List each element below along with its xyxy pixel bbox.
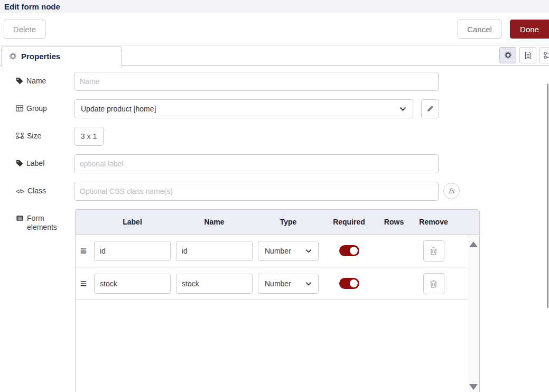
element-label-input[interactable] <box>94 241 171 261</box>
group-select-value: Update product [home] <box>81 105 399 113</box>
group-label: Group <box>26 104 47 113</box>
gear-icon <box>9 52 17 60</box>
trash-icon <box>430 279 438 288</box>
name-label: Name <box>26 77 46 86</box>
required-toggle[interactable] <box>339 278 359 289</box>
form-element-row: ≡ Number <box>76 267 468 300</box>
label-field-label: Label <box>26 159 44 168</box>
class-field-label: Class <box>27 186 46 195</box>
done-button[interactable]: Done <box>510 20 549 39</box>
delete-button[interactable]: Delete <box>4 20 45 39</box>
list-icon <box>16 214 24 222</box>
chevron-down-icon <box>399 107 406 111</box>
element-type-value: Number <box>265 279 305 288</box>
remove-element-button[interactable] <box>423 273 444 294</box>
form-elements-table: Label Name Type Required Rows Remove ≡ <box>75 209 480 392</box>
remove-element-button[interactable] <box>423 240 444 262</box>
tab-properties-label: Properties <box>21 52 60 61</box>
group-row: Group Update product [home] <box>16 99 549 118</box>
group-select[interactable]: Update product [home] <box>74 99 413 118</box>
required-toggle[interactable] <box>339 245 359 256</box>
tab-icon-buttons <box>499 47 549 63</box>
object-group-icon <box>16 132 24 139</box>
tag-icon <box>16 77 23 85</box>
size-row: Size 3 x 1 <box>16 127 549 146</box>
toolbar: Delete Cancel Done <box>0 13 549 45</box>
edit-group-button[interactable] <box>421 99 439 118</box>
size-label: Size <box>27 132 41 141</box>
name-row: Name <box>16 72 549 91</box>
tag-icon <box>16 160 23 167</box>
label-row: Label <box>16 154 549 173</box>
header-required: Required <box>321 218 377 226</box>
size-value: 3 x 1 <box>81 132 97 141</box>
dialog-title: Edit form node <box>4 2 60 11</box>
form-elements-rows: ≡ Number <box>76 235 468 392</box>
size-button[interactable]: 3 x 1 <box>74 127 104 146</box>
class-row: </> Class fx <box>16 182 549 201</box>
header-type: Type <box>255 218 321 226</box>
table-scrollbar[interactable] <box>468 235 479 392</box>
properties-panel: Name Group Update product [home] <box>0 66 549 392</box>
label-input[interactable] <box>74 154 439 173</box>
name-input[interactable] <box>74 72 439 91</box>
form-elements-label: Form elements <box>27 214 74 232</box>
env-var-fx-button[interactable]: fx <box>443 183 460 199</box>
header-name: Name <box>173 218 255 226</box>
properties-gear-button[interactable] <box>499 47 516 63</box>
chevron-down-icon <box>305 282 312 286</box>
chevron-down-icon <box>305 249 312 253</box>
scroll-down-arrow-icon[interactable] <box>469 384 478 390</box>
form-elements-row: Form elements Label Name Type Required R… <box>16 209 549 392</box>
appearance-button[interactable] <box>539 47 549 63</box>
class-input[interactable] <box>74 182 439 201</box>
drag-handle[interactable]: ≡ <box>76 277 91 290</box>
dialog-titlebar: Edit form node <box>0 0 549 13</box>
element-label-input[interactable] <box>94 274 171 294</box>
code-icon: </> <box>16 187 24 196</box>
description-button[interactable] <box>519 47 536 63</box>
trash-icon <box>430 247 438 255</box>
header-rows: Rows <box>377 218 411 226</box>
form-elements-table-header: Label Name Type Required Rows Remove <box>76 210 479 235</box>
tab-bar: Properties <box>0 45 549 66</box>
pencil-icon <box>426 105 434 113</box>
cancel-button[interactable]: Cancel <box>458 20 501 39</box>
element-name-input[interactable] <box>176 274 253 294</box>
header-label: Label <box>91 218 173 226</box>
element-type-select[interactable]: Number <box>258 241 319 261</box>
scroll-up-arrow-icon[interactable] <box>469 241 478 247</box>
page-scrollbar[interactable] <box>547 83 548 308</box>
element-type-select[interactable]: Number <box>258 274 319 294</box>
appearance-icon <box>544 51 549 59</box>
form-element-row: ≡ Number <box>76 235 468 267</box>
gear-icon <box>504 51 512 59</box>
element-type-value: Number <box>265 247 305 255</box>
table-icon <box>16 105 23 112</box>
drag-handle[interactable]: ≡ <box>76 245 91 257</box>
tab-properties[interactable]: Properties <box>1 46 122 66</box>
fx-icon: fx <box>448 187 454 195</box>
document-icon <box>524 51 532 60</box>
header-remove: Remove <box>411 218 456 226</box>
element-name-input[interactable] <box>176 241 253 261</box>
